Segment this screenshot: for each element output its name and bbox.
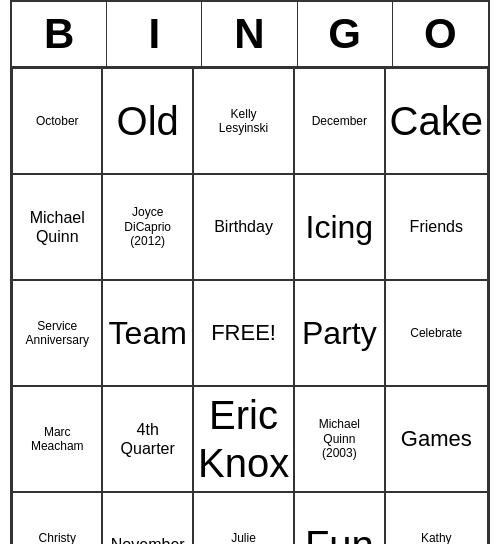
bingo-cell: Old bbox=[102, 68, 192, 174]
cell-text: Old bbox=[117, 97, 179, 145]
cell-text: JoyceDiCaprio(2012) bbox=[124, 205, 171, 248]
bingo-cell: 4thQuarter bbox=[102, 386, 192, 492]
bingo-cell: FREE! bbox=[193, 280, 294, 386]
bingo-cell: EricKnox bbox=[193, 386, 294, 492]
bingo-cell: Friends bbox=[385, 174, 488, 280]
bingo-cell: KathyShanahan bbox=[385, 492, 488, 544]
cell-text: FREE! bbox=[211, 320, 276, 346]
bingo-cell: MichaelQuinn bbox=[12, 174, 102, 280]
bingo-cell: Icing bbox=[294, 174, 384, 280]
bingo-cell: KellyLesyinski bbox=[193, 68, 294, 174]
bingo-cell: Games bbox=[385, 386, 488, 492]
bingo-cell: MichaelQuinn(2003) bbox=[294, 386, 384, 492]
cell-text: ServiceAnniversary bbox=[26, 319, 89, 348]
bingo-cell: Fun bbox=[294, 492, 384, 544]
bingo-cell: JulieMcPherson bbox=[193, 492, 294, 544]
bingo-cell: Party bbox=[294, 280, 384, 386]
cell-text: Celebrate bbox=[410, 326, 462, 340]
bingo-cell: November bbox=[102, 492, 192, 544]
cell-text: MarcMeacham bbox=[31, 425, 84, 454]
header-letter: G bbox=[298, 2, 393, 66]
cell-text: October bbox=[36, 114, 79, 128]
cell-text: Cake bbox=[390, 97, 483, 145]
bingo-cell: Birthday bbox=[193, 174, 294, 280]
cell-text: Team bbox=[109, 314, 187, 352]
bingo-cell: December bbox=[294, 68, 384, 174]
bingo-card: BINGO OctoberOldKellyLesyinskiDecemberCa… bbox=[10, 0, 490, 544]
cell-text: ChristyCulbertson bbox=[28, 531, 86, 544]
cell-text: Fun bbox=[305, 521, 374, 544]
cell-text: Friends bbox=[410, 217, 463, 236]
bingo-cell: Team bbox=[102, 280, 192, 386]
cell-text: November bbox=[111, 535, 185, 544]
bingo-header: BINGO bbox=[12, 2, 488, 68]
cell-text: Birthday bbox=[214, 217, 273, 236]
header-letter: I bbox=[107, 2, 202, 66]
bingo-cell: JoyceDiCaprio(2012) bbox=[102, 174, 192, 280]
bingo-cell: Celebrate bbox=[385, 280, 488, 386]
bingo-cell: MarcMeacham bbox=[12, 386, 102, 492]
cell-text: December bbox=[312, 114, 367, 128]
cell-text: JulieMcPherson bbox=[213, 531, 274, 544]
header-letter: O bbox=[393, 2, 488, 66]
header-letter: B bbox=[12, 2, 107, 66]
cell-text: MichaelQuinn bbox=[30, 208, 85, 246]
cell-text: Party bbox=[302, 314, 377, 352]
bingo-grid: OctoberOldKellyLesyinskiDecemberCakeMich… bbox=[12, 68, 488, 544]
cell-text: KellyLesyinski bbox=[219, 107, 268, 136]
bingo-cell: Cake bbox=[385, 68, 488, 174]
bingo-cell: October bbox=[12, 68, 102, 174]
cell-text: KathyShanahan bbox=[409, 531, 464, 544]
cell-text: Icing bbox=[306, 208, 374, 246]
bingo-cell: ServiceAnniversary bbox=[12, 280, 102, 386]
cell-text: EricKnox bbox=[198, 391, 289, 487]
cell-text: Games bbox=[401, 426, 472, 452]
header-letter: N bbox=[202, 2, 297, 66]
bingo-cell: ChristyCulbertson bbox=[12, 492, 102, 544]
cell-text: MichaelQuinn(2003) bbox=[319, 417, 360, 460]
cell-text: 4thQuarter bbox=[121, 420, 175, 458]
